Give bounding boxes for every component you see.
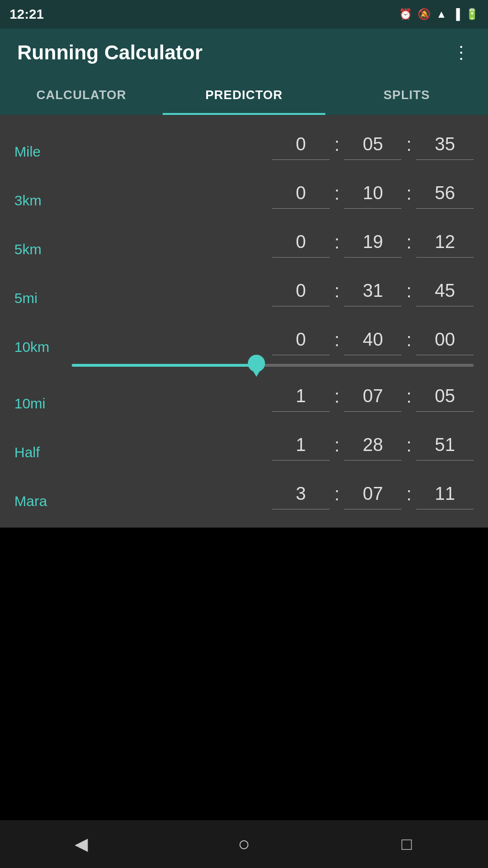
status-time: 12:21 xyxy=(10,7,44,22)
tab-calculator[interactable]: CALCULATOR xyxy=(0,77,163,115)
time-fields-mara: 3 : 07 : 11 xyxy=(72,484,474,509)
minutes-10mi[interactable]: 07 xyxy=(344,386,401,412)
row-10km: 10km 0 : 40 : 00 xyxy=(14,320,474,359)
home-button[interactable]: ○ xyxy=(225,825,263,863)
status-icons: ⏰ 🔕 ▲ ▐ 🔋 xyxy=(399,8,478,21)
slider-10km-container xyxy=(14,364,474,367)
sep1-5mi: : xyxy=(330,281,344,306)
hours-3km[interactable]: 0 xyxy=(272,183,330,209)
time-fields-3km: 0 : 10 : 56 xyxy=(72,183,474,209)
row-mile: Mile 0 : 05 : 35 xyxy=(14,124,474,164)
row-10mi: 10mi 1 : 07 : 05 xyxy=(14,376,474,416)
time-fields-5km: 0 : 19 : 12 xyxy=(72,232,474,258)
seconds-half[interactable]: 51 xyxy=(416,435,474,461)
slider-10km-thumb[interactable] xyxy=(247,353,266,377)
seconds-mile[interactable]: 35 xyxy=(416,134,474,160)
recent-button[interactable]: □ xyxy=(388,825,426,863)
sep2-5km: : xyxy=(401,232,416,258)
wifi-icon: ▲ xyxy=(436,8,447,21)
svg-marker-1 xyxy=(251,367,262,377)
minutes-5mi[interactable]: 31 xyxy=(344,281,401,306)
sep2-5mi: : xyxy=(401,281,416,306)
app-title: Running Calculator xyxy=(17,41,202,64)
sep2-mile: : xyxy=(401,135,416,160)
sep1-half: : xyxy=(330,435,344,461)
label-5km: 5km xyxy=(14,241,72,258)
seconds-3km[interactable]: 56 xyxy=(416,183,474,209)
label-mara: Mara xyxy=(14,493,72,509)
sep1-mile: : xyxy=(330,135,344,160)
seconds-5mi[interactable]: 45 xyxy=(416,281,474,306)
mute-icon: 🔕 xyxy=(418,8,431,21)
label-half: Half xyxy=(14,444,72,461)
hours-mile[interactable]: 0 xyxy=(272,134,330,160)
label-10mi: 10mi xyxy=(14,395,72,412)
tab-predictor[interactable]: PREDICTOR xyxy=(163,77,325,115)
bottom-nav: ◀ ○ □ xyxy=(0,820,488,868)
seconds-5km[interactable]: 12 xyxy=(416,232,474,258)
row-3km: 3km 0 : 10 : 56 xyxy=(14,173,474,213)
minutes-5km[interactable]: 19 xyxy=(344,232,401,258)
sep1-mara: : xyxy=(330,484,344,509)
sep2-half: : xyxy=(401,435,416,461)
minutes-3km[interactable]: 10 xyxy=(344,183,401,209)
time-fields-10km: 0 : 40 : 00 xyxy=(72,329,474,355)
time-fields-half: 1 : 28 : 51 xyxy=(72,435,474,461)
back-button[interactable]: ◀ xyxy=(62,825,100,863)
row-half: Half 1 : 28 : 51 xyxy=(14,425,474,464)
app-header: Running Calculator ⋮ xyxy=(0,29,488,77)
hours-5mi[interactable]: 0 xyxy=(272,281,330,306)
time-fields-5mi: 0 : 31 : 45 xyxy=(72,281,474,306)
time-fields-10mi: 1 : 07 : 05 xyxy=(72,386,474,412)
hours-10km[interactable]: 0 xyxy=(272,329,330,355)
hours-10mi[interactable]: 1 xyxy=(272,386,330,412)
sep1-10mi: : xyxy=(330,386,344,412)
minutes-mara[interactable]: 07 xyxy=(344,484,401,509)
sep2-10km: : xyxy=(401,330,416,355)
status-bar: 12:21 ⏰ 🔕 ▲ ▐ 🔋 xyxy=(0,0,488,29)
time-fields-mile: 0 : 05 : 35 xyxy=(72,134,474,160)
signal-icon: ▐ xyxy=(452,8,460,21)
hours-mara[interactable]: 3 xyxy=(272,484,330,509)
sep1-10km: : xyxy=(330,330,344,355)
tabs-bar: CALCULATOR PREDICTOR SPLITS xyxy=(0,77,488,115)
label-5mi: 5mi xyxy=(14,290,72,306)
label-10km: 10km xyxy=(14,339,72,355)
row-mara: Mara 3 : 07 : 11 xyxy=(14,474,474,513)
menu-button[interactable]: ⋮ xyxy=(453,43,471,63)
seconds-mara[interactable]: 11 xyxy=(416,484,474,509)
hours-5km[interactable]: 0 xyxy=(272,232,330,258)
sep2-3km: : xyxy=(401,183,416,209)
seconds-10km[interactable]: 00 xyxy=(416,329,474,355)
sep2-10mi: : xyxy=(401,386,416,412)
seconds-10mi[interactable]: 05 xyxy=(416,386,474,412)
label-mile: Mile xyxy=(14,144,72,160)
minutes-mile[interactable]: 05 xyxy=(344,134,401,160)
slider-10km-track[interactable] xyxy=(72,364,474,367)
minutes-10km[interactable]: 40 xyxy=(344,329,401,355)
slider-10km-fill xyxy=(72,364,256,367)
main-content: Mile 0 : 05 : 35 3km xyxy=(0,115,488,528)
row-5km: 5km 0 : 19 : 12 xyxy=(14,222,474,261)
row-5mi: 5mi 0 : 31 : 45 xyxy=(14,271,474,310)
battery-icon: 🔋 xyxy=(466,8,478,21)
sep2-mara: : xyxy=(401,484,416,509)
minutes-half[interactable]: 28 xyxy=(344,435,401,461)
label-3km: 3km xyxy=(14,192,72,209)
sep1-5km: : xyxy=(330,232,344,258)
tab-splits[interactable]: SPLITS xyxy=(325,77,488,115)
alarm-icon: ⏰ xyxy=(399,8,412,21)
sep1-3km: : xyxy=(330,183,344,209)
hours-half[interactable]: 1 xyxy=(272,435,330,461)
